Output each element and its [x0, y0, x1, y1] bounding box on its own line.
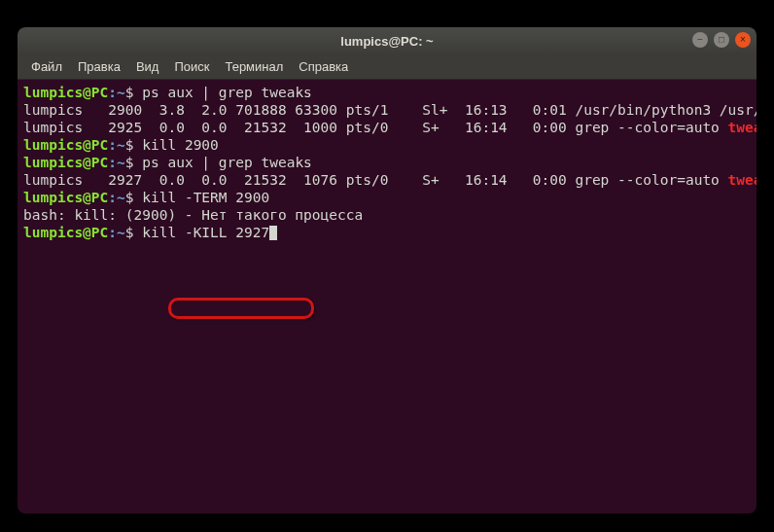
terminal-window: lumpics@PC: ~ − □ × Файл Правка Вид Поис… [18, 27, 756, 514]
titlebar[interactable]: lumpics@PC: ~ − □ × [18, 27, 756, 54]
prompt-colon: : [108, 190, 117, 205]
maximize-icon: □ [719, 35, 724, 45]
close-button[interactable]: × [735, 32, 751, 48]
menu-help[interactable]: Справка [291, 55, 356, 78]
prompt-colon: : [108, 225, 117, 240]
terminal-line: bash: kill: (2900) - Нет такого процесса [23, 206, 751, 224]
terminal-line: lumpics 2925 0.0 0.0 21532 1000 pts/0 S+… [23, 119, 751, 136]
output-text: lumpics 2900 3.8 2.0 701888 63300 pts/1 … [23, 102, 756, 118]
prompt-user: lumpics@PC [23, 137, 108, 153]
terminal-line: lumpics@PC:~$ kill -TERM 2900 [23, 189, 751, 206]
command-text: ps aux | grep tweaks [142, 155, 312, 170]
prompt-path: ~ [117, 155, 125, 170]
prompt-path: ~ [117, 85, 125, 100]
command-text: ps aux | grep tweaks [142, 85, 312, 100]
menu-edit[interactable]: Правка [70, 55, 128, 78]
prompt-path: ~ [117, 190, 125, 205]
prompt-path: ~ [117, 137, 125, 153]
prompt-colon: : [108, 137, 117, 153]
terminal-line: lumpics@PC:~$ kill -KILL 2927 [23, 224, 751, 241]
minimize-icon: − [697, 35, 703, 45]
prompt-user: lumpics@PC [23, 190, 108, 205]
output-text: bash: kill: (2900) - Нет такого процесса [23, 207, 363, 223]
window-title: lumpics@PC: ~ [340, 34, 433, 49]
menu-terminal[interactable]: Терминал [217, 55, 291, 78]
grep-highlight: tweaks [728, 172, 756, 188]
output-text: lumpics 2927 0.0 0.0 21532 1076 pts/0 S+… [23, 172, 728, 188]
menu-file[interactable]: Файл [23, 55, 70, 78]
command-text: kill 2900 [142, 137, 219, 153]
terminal-line: lumpics@PC:~$ ps aux | grep tweaks [23, 84, 751, 101]
prompt-dollar: $ [125, 225, 134, 240]
close-icon: × [740, 35, 746, 45]
command-text: kill -KILL 2927 [142, 225, 269, 240]
terminal-line: lumpics@PC:~$ ps aux | grep tweaks [23, 154, 751, 171]
command-text: kill -TERM 2900 [142, 190, 269, 205]
cursor [269, 226, 277, 240]
maximize-button[interactable]: □ [714, 32, 729, 48]
prompt-user: lumpics@PC [23, 225, 108, 240]
prompt-colon: : [108, 85, 117, 100]
terminal-line: lumpics 2927 0.0 0.0 21532 1076 pts/0 S+… [23, 171, 751, 189]
prompt-user: lumpics@PC [23, 155, 108, 170]
menu-search[interactable]: Поиск [166, 55, 217, 78]
prompt-colon: : [108, 155, 117, 170]
menu-view[interactable]: Вид [128, 55, 167, 78]
window-controls: − □ × [692, 32, 751, 48]
terminal-line: lumpics 2900 3.8 2.0 701888 63300 pts/1 … [23, 101, 751, 119]
output-text: lumpics 2925 0.0 0.0 21532 1000 pts/0 S+… [23, 120, 728, 135]
terminal-body[interactable]: lumpics@PC:~$ ps aux | grep tweakslumpic… [18, 80, 756, 245]
annotation-highlight-box [168, 298, 314, 319]
grep-highlight: tweaks [728, 120, 756, 135]
prompt-dollar: $ [125, 137, 134, 153]
menubar: Файл Правка Вид Поиск Терминал Справка [18, 54, 756, 80]
minimize-button[interactable]: − [692, 32, 708, 48]
prompt-dollar: $ [125, 155, 134, 170]
prompt-path: ~ [117, 225, 125, 240]
prompt-user: lumpics@PC [23, 85, 108, 100]
prompt-dollar: $ [125, 190, 134, 205]
terminal-line: lumpics@PC:~$ kill 2900 [23, 136, 751, 154]
prompt-dollar: $ [125, 85, 134, 100]
